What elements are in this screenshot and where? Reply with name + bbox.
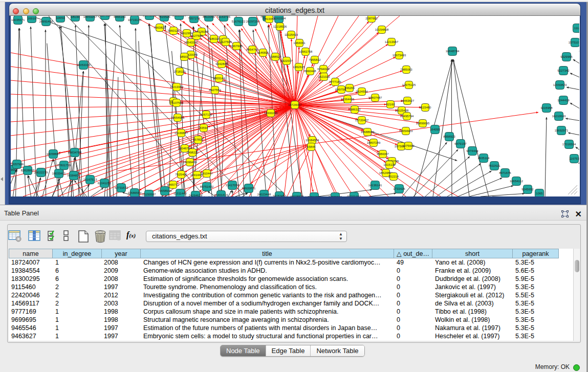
svg-text:55150587: 55150587 — [142, 193, 156, 196]
svg-text:8990448: 8990448 — [304, 70, 316, 73]
svg-text:9245652: 9245652 — [521, 188, 534, 191]
svg-text:89834788: 89834788 — [68, 151, 82, 154]
svg-text:8958923: 8958923 — [443, 135, 455, 138]
svg-text:6479197: 6479197 — [454, 142, 467, 145]
svg-text:116753: 116753 — [569, 157, 579, 160]
svg-text:11325419: 11325419 — [285, 33, 298, 36]
svg-text:1364091: 1364091 — [293, 41, 306, 45]
svg-text:2718119: 2718119 — [174, 70, 186, 73]
svg-text:2367608: 2367608 — [230, 45, 243, 48]
svg-text:20297299: 20297299 — [246, 20, 260, 23]
svg-text:20053346: 20053346 — [77, 63, 91, 67]
svg-text:7625402: 7625402 — [175, 173, 187, 176]
svg-text:10719135: 10719135 — [128, 18, 142, 21]
svg-text:9242848: 9242848 — [215, 62, 228, 65]
svg-text:8813054: 8813054 — [263, 17, 275, 20]
svg-text:3624554: 3624554 — [356, 90, 368, 93]
svg-text:40008838: 40008838 — [290, 195, 304, 196]
svg-text:1615132: 1615132 — [383, 163, 396, 166]
svg-text:13495794: 13495794 — [400, 115, 414, 118]
svg-text:12218506: 12218506 — [273, 25, 287, 28]
svg-text:20991406: 20991406 — [39, 20, 53, 23]
svg-text:53594: 53594 — [200, 126, 208, 129]
svg-text:8427552: 8427552 — [209, 89, 221, 92]
svg-text:10807487: 10807487 — [368, 96, 382, 99]
svg-text:19384554: 19384554 — [306, 139, 319, 142]
svg-text:10899695: 10899695 — [416, 122, 430, 125]
svg-text:9127508: 9127508 — [220, 40, 232, 43]
svg-text:16910: 16910 — [28, 17, 36, 20]
svg-text:62057986: 62057986 — [11, 163, 24, 166]
svg-text:70658948: 70658948 — [158, 189, 172, 192]
svg-text:24264628: 24264628 — [189, 194, 203, 196]
svg-text:64920831: 64920831 — [242, 187, 256, 190]
svg-text:7986322: 7986322 — [349, 108, 361, 111]
svg-text:15692971: 15692971 — [555, 129, 569, 132]
svg-text:61401419: 61401419 — [214, 193, 228, 196]
svg-text:1362615: 1362615 — [293, 65, 305, 69]
svg-text:10973493: 10973493 — [393, 54, 406, 57]
svg-text:8471676: 8471676 — [499, 171, 511, 174]
svg-text:18033401: 18033401 — [52, 172, 66, 175]
svg-text:164095: 164095 — [430, 128, 441, 131]
svg-text:15751074: 15751074 — [569, 41, 579, 44]
svg-text:10025438: 10025438 — [395, 109, 409, 112]
svg-text:10154808: 10154808 — [375, 28, 389, 31]
svg-text:7663822: 7663822 — [154, 26, 166, 29]
svg-text:9777169: 9777169 — [329, 80, 341, 83]
svg-text:87801759: 87801759 — [57, 164, 71, 167]
svg-text:2087682: 2087682 — [365, 17, 378, 20]
svg-text:1065: 1065 — [536, 192, 543, 195]
svg-text:6794028: 6794028 — [317, 68, 330, 71]
svg-text:62160: 62160 — [386, 103, 395, 106]
svg-text:73716786: 73716786 — [308, 195, 321, 196]
svg-text:21364436: 21364436 — [341, 98, 355, 101]
svg-text:7632621: 7632621 — [488, 164, 500, 167]
svg-text:14035571: 14035571 — [11, 18, 25, 21]
svg-text:29022279: 29022279 — [34, 171, 48, 174]
svg-text:9465771: 9465771 — [167, 183, 179, 186]
svg-text:10654112: 10654112 — [510, 180, 524, 183]
svg-text:14136141: 14136141 — [368, 184, 382, 187]
svg-text:16053809: 16053809 — [172, 16, 186, 17]
svg-text:1733426: 1733426 — [393, 187, 405, 190]
svg-text:16848784: 16848784 — [446, 50, 460, 53]
svg-text:10543362: 10543362 — [184, 41, 198, 44]
svg-text:2803144: 2803144 — [213, 77, 225, 80]
svg-text:3267130: 3267130 — [200, 113, 212, 116]
svg-text:2935114: 2935114 — [478, 157, 490, 160]
svg-text:15845: 15845 — [307, 145, 316, 148]
svg-text:51676122: 51676122 — [232, 20, 246, 23]
svg-text:857833: 857833 — [193, 138, 204, 141]
svg-text:12093823: 12093823 — [553, 83, 567, 86]
svg-text:19166827: 19166827 — [175, 132, 188, 135]
svg-text:7485063: 7485063 — [400, 68, 412, 71]
svg-text:82828807: 82828807 — [21, 169, 35, 172]
svg-text:12213967: 12213967 — [385, 40, 399, 43]
svg-text:3660124: 3660124 — [167, 29, 180, 32]
svg-text:89751402: 89751402 — [200, 185, 214, 188]
svg-text:8813054: 8813054 — [203, 16, 215, 18]
svg-text:1527602: 1527602 — [99, 16, 111, 17]
svg-text:26167513: 26167513 — [83, 178, 97, 181]
svg-text:252214: 252214 — [388, 175, 399, 178]
svg-text:50201462: 50201462 — [347, 195, 361, 196]
svg-text:61341252: 61341252 — [98, 182, 112, 185]
svg-text:10653: 10653 — [56, 16, 65, 19]
svg-text:15720407: 15720407 — [355, 119, 369, 122]
svg-text:18130: 18130 — [71, 16, 80, 18]
svg-text:6466160: 6466160 — [114, 16, 126, 18]
svg-text:3215958: 3215958 — [540, 106, 553, 110]
svg-text:1910447: 1910447 — [201, 172, 213, 175]
svg-text:1498222: 1498222 — [186, 151, 199, 154]
svg-text:16463627: 16463627 — [401, 99, 415, 102]
svg-text:12213362: 12213362 — [170, 85, 184, 89]
svg-text:746266: 746266 — [344, 86, 355, 90]
svg-text:34782450: 34782450 — [273, 194, 287, 196]
svg-text:1075692: 1075692 — [402, 144, 415, 147]
svg-text:84335326: 84335326 — [329, 195, 342, 196]
svg-text:7515526: 7515526 — [158, 16, 170, 18]
svg-text:78384837: 78384837 — [67, 174, 81, 177]
svg-text:11311440: 11311440 — [173, 192, 187, 195]
svg-text:9115460: 9115460 — [420, 106, 432, 109]
